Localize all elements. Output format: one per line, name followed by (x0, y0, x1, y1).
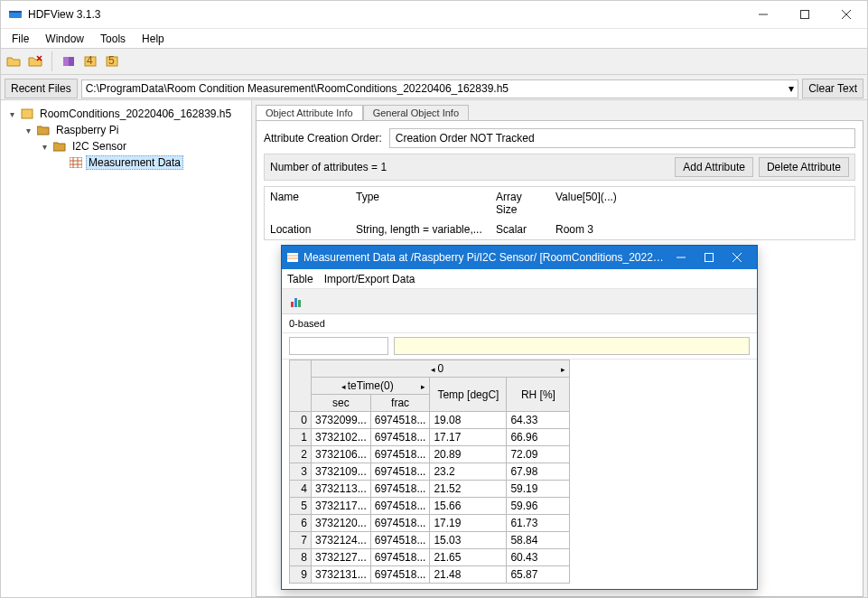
rh-cell[interactable]: 72.09 (507, 446, 570, 463)
close-button[interactable] (826, 1, 867, 28)
collapse-icon[interactable]: ▾ (23, 126, 33, 135)
table-row[interactable]: 93732131...6974518...21.4865.87 (290, 566, 570, 584)
collapse-icon[interactable]: ▾ (6, 109, 17, 119)
table-row[interactable]: 23732106...6974518...20.8972.09 (290, 446, 570, 463)
data-window[interactable]: Measurement Data at /Raspberry Pi/I2C Se… (281, 245, 758, 590)
frac-cell[interactable]: 6974518... (370, 549, 430, 566)
tree-group-node[interactable]: ▾ Raspberry Pi (21, 122, 247, 138)
rh-header[interactable]: RH [%] (507, 378, 570, 412)
close-file-icon[interactable] (28, 54, 42, 69)
frac-cell[interactable]: 6974518... (370, 412, 430, 429)
tab-general-info[interactable]: General Object Info (363, 105, 469, 120)
col-size-header[interactable]: Array Size (490, 187, 550, 220)
rh-cell[interactable]: 58.84 (507, 532, 570, 549)
tree-dataset-node[interactable]: Measurement Data (53, 154, 247, 171)
tree-file-node[interactable]: ▾ RoomConditions_20220406_162839.h5 (5, 106, 247, 122)
row-header[interactable]: 9 (290, 566, 312, 584)
menu-help[interactable]: Help (135, 31, 172, 47)
minimize-button[interactable] (667, 246, 695, 269)
rh-cell[interactable]: 61.73 (507, 515, 570, 532)
cell-value-box[interactable] (394, 337, 750, 355)
menu-window[interactable]: Window (38, 31, 91, 47)
temp-cell[interactable]: 15.66 (430, 498, 507, 515)
clear-text-button[interactable]: Clear Text (802, 79, 863, 98)
add-attribute-button[interactable]: Add Attribute (675, 157, 753, 177)
row-header[interactable]: 7 (290, 532, 312, 549)
temp-cell[interactable]: 23.2 (430, 463, 507, 481)
col-value-header[interactable]: Value[50](...) (550, 187, 854, 220)
sec-cell[interactable]: 3732106... (312, 446, 371, 463)
frac-cell[interactable]: 6974518... (370, 446, 430, 463)
row-header[interactable]: 0 (290, 412, 312, 429)
collapse-icon[interactable]: ▾ (39, 142, 50, 152)
rh-cell[interactable]: 67.98 (507, 463, 570, 481)
temp-cell[interactable]: 21.52 (430, 481, 507, 498)
tree-group-node[interactable]: ▾ I2C Sensor (37, 138, 247, 154)
chevron-down-icon[interactable]: ▾ (789, 82, 794, 95)
temp-cell[interactable]: 17.17 (430, 429, 507, 446)
chart-icon[interactable] (289, 294, 303, 309)
hdf4-icon[interactable]: 4 (83, 54, 98, 69)
frac-cell[interactable]: 6974518... (370, 498, 430, 515)
menu-file[interactable]: File (5, 31, 36, 47)
page-header[interactable]: 0 (312, 360, 570, 378)
frac-cell[interactable]: 6974518... (370, 463, 430, 481)
menu-table[interactable]: Table (287, 273, 313, 285)
row-header[interactable]: 5 (290, 498, 312, 515)
sec-cell[interactable]: 3732117... (312, 498, 371, 515)
recent-files-button[interactable]: Recent Files (5, 79, 78, 98)
sec-cell[interactable]: 3732099... (312, 412, 371, 429)
rh-cell[interactable]: 60.43 (507, 549, 570, 566)
rh-cell[interactable]: 59.19 (507, 481, 570, 498)
frac-cell[interactable]: 6974518... (370, 566, 430, 584)
sec-cell[interactable]: 3732124... (312, 532, 371, 549)
col-name-header[interactable]: Name (265, 187, 350, 220)
frac-cell[interactable]: 6974518... (370, 532, 430, 549)
row-header[interactable]: 2 (290, 446, 312, 463)
sec-header[interactable]: sec (312, 395, 371, 412)
temp-cell[interactable]: 20.89 (430, 446, 507, 463)
rh-cell[interactable]: 64.33 (507, 412, 570, 429)
rh-cell[interactable]: 59.96 (507, 498, 570, 515)
close-button[interactable] (723, 246, 751, 269)
minimize-button[interactable] (742, 1, 784, 28)
temp-cell[interactable]: 21.65 (430, 549, 507, 566)
table-row[interactable]: 63732120...6974518...17.1961.73 (290, 515, 570, 532)
tetime-header[interactable]: teTime(0) (312, 378, 430, 395)
temp-cell[interactable]: 19.08 (430, 412, 507, 429)
file-path-combo[interactable]: C:\ProgramData\Room Condition Measuremen… (81, 79, 798, 98)
table-row[interactable]: 83732127...6974518...21.6560.43 (290, 549, 570, 566)
data-window-titlebar[interactable]: Measurement Data at /Raspberry Pi/I2C Se… (282, 246, 757, 269)
tab-attribute-info[interactable]: Object Attribute Info (256, 105, 363, 120)
sec-cell[interactable]: 3732120... (312, 515, 371, 532)
sec-cell[interactable]: 3732127... (312, 549, 371, 566)
help-book-icon[interactable] (61, 54, 76, 69)
sec-cell[interactable]: 3732113... (312, 481, 371, 498)
rh-cell[interactable]: 65.87 (507, 566, 570, 584)
frac-cell[interactable]: 6974518... (370, 481, 430, 498)
table-row[interactable]: 13732102...6974518...17.1766.96 (290, 429, 570, 446)
table-row[interactable]: 43732113...6974518...21.5259.19 (290, 481, 570, 498)
row-header[interactable]: 4 (290, 481, 312, 498)
menu-import-export[interactable]: Import/Export Data (324, 273, 415, 285)
col-type-header[interactable]: Type (350, 187, 490, 220)
attribute-table[interactable]: Name Type Array Size Value[50](...) Loca… (264, 186, 855, 240)
open-file-icon[interactable] (6, 54, 21, 69)
temp-cell[interactable]: 15.03 (430, 532, 507, 549)
titlebar[interactable]: HDFView 3.1.3 (1, 1, 867, 28)
menu-tools[interactable]: Tools (93, 31, 133, 47)
tree-pane[interactable]: ▾ RoomConditions_20220406_162839.h5 ▾ Ra… (1, 100, 252, 597)
rh-cell[interactable]: 66.96 (507, 429, 570, 446)
sec-cell[interactable]: 3732131... (312, 566, 371, 584)
frac-cell[interactable]: 6974518... (370, 515, 430, 532)
maximize-button[interactable] (695, 246, 723, 269)
row-header[interactable]: 8 (290, 549, 312, 566)
frac-cell[interactable]: 6974518... (370, 429, 430, 446)
table-row[interactable]: 53732117...6974518...15.6659.96 (290, 498, 570, 515)
row-header[interactable]: 6 (290, 515, 312, 532)
data-grid[interactable]: 0 teTime(0) Temp [degC] RH [%] sec frac (282, 360, 757, 589)
temp-header[interactable]: Temp [degC] (430, 378, 507, 412)
hdf5-icon[interactable]: 5 (105, 54, 119, 69)
temp-cell[interactable]: 17.19 (430, 515, 507, 532)
row-header[interactable]: 3 (290, 463, 312, 481)
